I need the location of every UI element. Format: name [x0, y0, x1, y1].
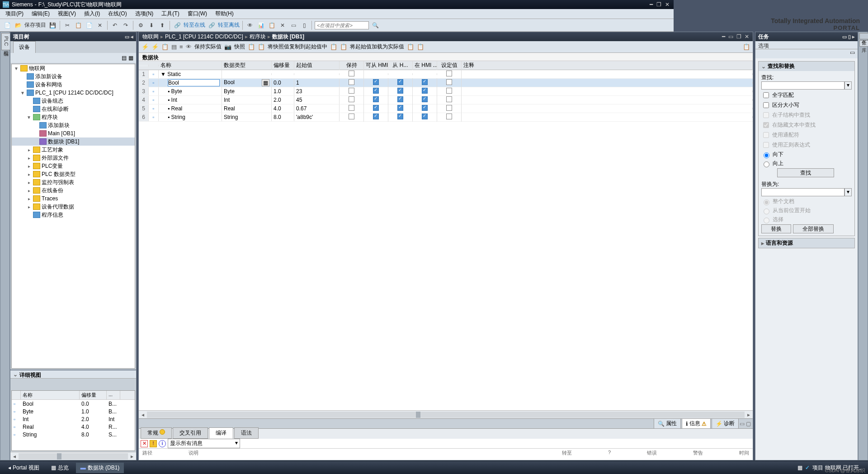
undo-icon[interactable]: ↶ — [110, 21, 119, 30]
delete-icon[interactable]: ✕ — [95, 21, 104, 30]
grid-row[interactable]: 1▫▼ Static — [139, 70, 674, 79]
tree-view-icon-1[interactable]: ▤ — [122, 55, 127, 61]
tree-item[interactable]: ▼物联网 — [12, 64, 135, 72]
crumb-0[interactable]: 物联网 — [142, 33, 160, 41]
tree-item[interactable]: ▸外部源文件 — [12, 154, 135, 162]
ct-icon-11[interactable]: 📋 — [340, 43, 347, 50]
menu-window[interactable]: 窗口(W) — [184, 9, 211, 19]
menu-tools[interactable]: 工具(T) — [158, 9, 183, 19]
tb-icon-2[interactable]: 📊 — [256, 21, 265, 30]
ct-icon-1[interactable]: ⚡ — [142, 43, 149, 50]
tree-item[interactable]: 设备和网络 — [12, 81, 135, 89]
tree-item[interactable]: ▸监控与强制表 — [12, 178, 135, 186]
load-init-button[interactable]: 将起始值加载为实际值 — [350, 43, 404, 51]
tree-item[interactable]: ▸Traces — [12, 194, 135, 203]
copy-icon[interactable]: 📋 — [74, 21, 83, 30]
tree-item[interactable]: ▸设备代理数据 — [12, 203, 135, 211]
ct-icon-7[interactable]: 📷 — [224, 43, 231, 50]
tree-item[interactable]: ▸工艺对象 — [12, 146, 135, 154]
col-hmi2[interactable]: 从 H... — [388, 61, 413, 70]
tree-item[interactable]: 数据块 [DB1] — [12, 137, 135, 146]
restore-icon[interactable]: ❐ — [655, 1, 663, 8]
grid-row[interactable]: 6▫▪ StringString8.0'a8b9c' — [139, 113, 674, 122]
tree-item[interactable]: ▼PLC_1 [CPU 1214C DC/DC/DC] — [12, 89, 135, 97]
col-init[interactable]: 起始值 — [294, 61, 340, 70]
gooffline-button[interactable]: 转至离线 — [218, 21, 240, 29]
ct-icon-12[interactable]: 📋 — [407, 43, 414, 50]
tree-item[interactable]: ▸在线备份 — [12, 186, 135, 194]
save-project-button[interactable]: 保存项目 — [24, 21, 46, 29]
ct-icon-4[interactable]: ▤ — [171, 43, 177, 50]
save-icon[interactable]: 💾 — [48, 21, 57, 30]
ct-icon-6[interactable]: 👁 — [186, 43, 192, 50]
menu-edit[interactable]: 编辑(E) — [28, 9, 53, 19]
ct-icon-9[interactable]: 📋 — [258, 43, 265, 50]
panel-collapse-icon[interactable]: ◂ — [131, 34, 133, 40]
tree-item[interactable]: 添加新块 — [12, 121, 135, 129]
tb-icon-4[interactable]: ✕ — [278, 21, 287, 30]
tree-view-icon-2[interactable]: ▦ — [128, 55, 133, 61]
rail-tab-plc[interactable]: PLC 编程 — [1, 33, 11, 50]
col-keep[interactable]: 保持 — [340, 61, 364, 70]
grid-row[interactable]: 4▫▪ IntInt2.045 — [139, 96, 674, 104]
tree-item[interactable]: Main [OB1] — [12, 129, 135, 137]
ct-icon-2[interactable]: ⚡ — [151, 43, 159, 50]
grid-row[interactable]: 3▫▪ ByteByte1.023 — [139, 87, 674, 96]
col-hmi1[interactable]: 可从 HMI/... — [364, 61, 388, 70]
tree-item[interactable]: ▼程序块 — [12, 113, 135, 121]
menu-insert[interactable]: 插入(I) — [80, 9, 104, 19]
grid-row[interactable]: 5▫▪ RealReal4.00.67 — [139, 104, 674, 113]
goonline-icon[interactable]: 🔗 — [173, 21, 182, 30]
open-project-icon[interactable]: 📂 — [14, 21, 23, 30]
compile-icon[interactable]: ⚙ — [136, 21, 145, 30]
search-icon[interactable]: 🔍 — [371, 21, 380, 30]
crumb-3[interactable]: 数据块 [DB1] — [271, 33, 305, 41]
col-name[interactable]: 名称 — [159, 61, 222, 70]
gooffline-icon[interactable]: 🔗 — [207, 21, 216, 30]
tab-devices[interactable]: 设备 — [13, 41, 36, 53]
new-project-icon[interactable]: 📄 — [3, 21, 12, 30]
ct-icon-5[interactable]: ≡ — [179, 43, 183, 50]
close-icon[interactable]: ✕ — [664, 1, 671, 8]
goonline-button[interactable]: 转至在线 — [184, 21, 205, 29]
tree-item[interactable]: ▸PLC 数据类型 — [12, 170, 135, 178]
download-icon[interactable]: ⬇ — [147, 21, 156, 30]
tree-item[interactable]: 设备组态 — [12, 97, 135, 105]
project-tree[interactable]: ▼物联网添加新设备设备和网络▼PLC_1 [CPU 1214C DC/DC/DC… — [11, 64, 135, 367]
minimize-icon[interactable]: ━ — [648, 1, 654, 8]
cut-icon[interactable]: ✂ — [63, 21, 72, 30]
menu-view[interactable]: 视图(V) — [54, 9, 80, 19]
menu-help[interactable]: 帮助(H) — [212, 9, 237, 19]
paste-icon[interactable]: 📄 — [85, 21, 94, 30]
tree-item[interactable]: 在线和诊断 — [12, 105, 135, 113]
crumb-1[interactable]: PLC_1 [CPU 1214C DC/DC/DC] — [164, 33, 244, 40]
tb-icon-3[interactable]: 📋 — [267, 21, 276, 30]
col-set[interactable]: 设定值 — [437, 61, 462, 70]
menu-online[interactable]: 在线(O) — [104, 9, 130, 19]
col-comment[interactable]: 注释 — [462, 61, 674, 70]
keep-actual-button[interactable]: 保持实际值 — [194, 43, 222, 51]
col-offset[interactable]: 偏移量 — [272, 61, 294, 70]
menu-options[interactable]: 选项(N) — [132, 9, 157, 19]
upload-icon[interactable]: ⬆ — [158, 21, 167, 30]
tree-item[interactable]: 添加新设备 — [12, 72, 135, 81]
menu-project[interactable]: 项目(P) — [2, 9, 27, 19]
tb-icon-6[interactable]: ▯ — [300, 21, 309, 30]
ct-icon-3[interactable]: 📋 — [161, 43, 169, 50]
ct-icon-13[interactable]: 📋 — [417, 43, 424, 50]
grid-row[interactable]: 2▫Bool▦0.01 — [139, 79, 674, 87]
tree-item[interactable]: ▸PLC变量 — [12, 162, 135, 170]
redo-icon[interactable]: ↷ — [121, 21, 130, 30]
tree-item[interactable]: 程序信息 — [12, 211, 135, 219]
ct-icon-8[interactable]: 📋 — [248, 43, 255, 50]
ct-icon-10[interactable]: 📋 — [330, 43, 337, 50]
tb-icon-1[interactable]: 👁 — [245, 21, 255, 30]
copy-snap-button[interactable]: 将快照值复制到起始值中 — [268, 43, 327, 51]
panel-pin-icon[interactable]: ▭ — [125, 34, 129, 40]
datablock-grid[interactable]: 名称 数据类型 偏移量 起始值 保持 可从 HMI/... 从 H... 在 H… — [139, 61, 674, 367]
project-search-input[interactable] — [315, 21, 369, 29]
tb-icon-5[interactable]: ▭ — [289, 21, 298, 30]
col-hmi3[interactable]: 在 HMI ... — [413, 61, 437, 70]
snapshot-button[interactable]: 快照 — [234, 43, 245, 51]
crumb-2[interactable]: 程序块 — [249, 33, 267, 41]
